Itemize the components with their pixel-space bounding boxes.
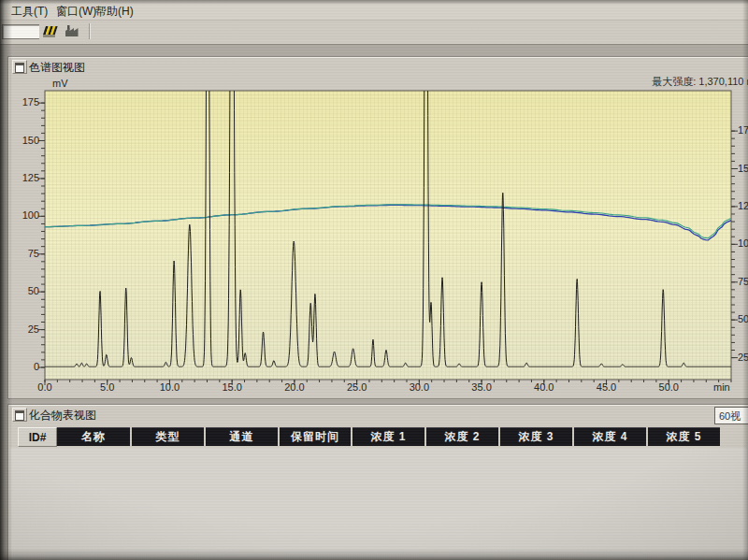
column-header-2[interactable]: 类型: [132, 427, 204, 446]
column-header-7[interactable]: 浓度 3: [500, 427, 572, 446]
column-header-4[interactable]: 保留时间: [280, 427, 351, 446]
chromatogram-window-title: 色谱图视图: [29, 60, 85, 76]
window-menu-icon[interactable]: [12, 60, 27, 74]
striped-batch-icon: [40, 23, 59, 39]
column-header-8[interactable]: 浓度 4: [574, 427, 646, 446]
chromatogram-plot[interactable]: [37, 84, 748, 393]
table-body-empty: [10, 448, 747, 559]
column-header-id[interactable]: ID#: [18, 427, 57, 447]
menu-tools[interactable]: 工具(T): [7, 3, 51, 21]
compound-table-window: 化合物表视图 60视 ID#名称类型通道保留时间浓度 1浓度 2浓度 3浓度 4…: [7, 404, 748, 560]
view-button-clipped[interactable]: 60视: [714, 407, 748, 424]
column-header-3[interactable]: 通道: [206, 427, 278, 446]
compound-table-window-title: 化合物表视图: [29, 408, 96, 424]
column-header-6[interactable]: 浓度 2: [426, 427, 498, 446]
column-header-9[interactable]: 浓度 5: [648, 427, 720, 446]
single-process-button[interactable]: [62, 22, 84, 42]
toolbar: [0, 21, 748, 45]
menu-help[interactable]: 帮助(H): [92, 3, 137, 21]
toolbar-separator: [89, 23, 90, 39]
gray-batch-icon: [63, 23, 81, 39]
column-header-1[interactable]: 名称: [57, 427, 130, 446]
toolbar-combobox[interactable]: [2, 24, 41, 39]
window-menu-icon[interactable]: [12, 408, 27, 422]
batch-process-button[interactable]: [39, 22, 62, 42]
menu-bar: 工具(T) 窗口(W) 帮助(H): [0, 0, 748, 21]
screen-photo: 工具(T) 窗口(W) 帮助(H): [0, 0, 748, 560]
x-axis-unit: min: [713, 381, 730, 393]
column-header-5[interactable]: 浓度 1: [352, 427, 424, 446]
